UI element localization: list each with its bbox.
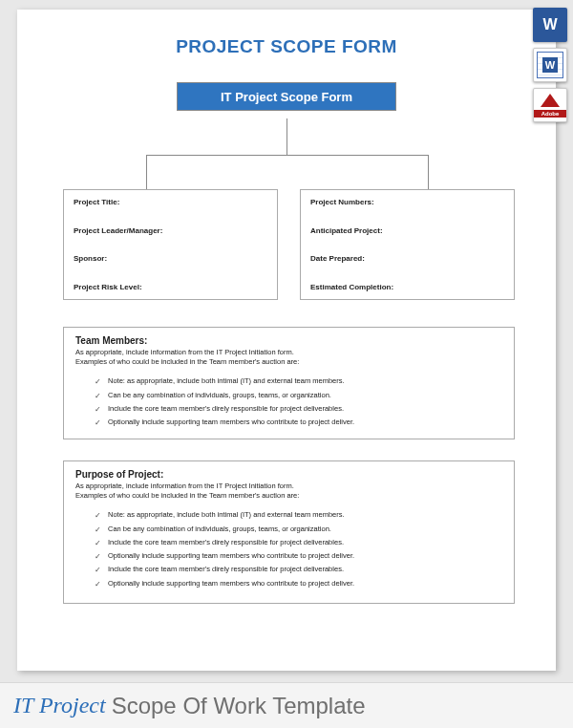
list-item: Include the core team member's direly re… [95,402,502,416]
list-item: Optionally include supporting team membe… [95,416,502,429]
purpose-list: Note: as appropriate, include both intim… [95,508,502,590]
connector-line [146,155,147,189]
docx-label: W [542,16,557,33]
word-docx-icon[interactable]: W [533,8,567,42]
field-anticipated-project: Anticipated Project: [310,226,504,235]
purpose-intro: As appropriate, include information from… [75,482,502,501]
project-info-right: Project Numbers: Anticipated Project: Da… [300,189,515,300]
field-project-title: Project Title: [74,198,267,206]
pdf-brand-label: Adobe [534,110,566,118]
footer-rest: Scope Of Work Template [112,693,366,719]
list-item: Include the core team member's direly re… [95,536,502,549]
field-project-leader: Project Leader/Manager: [74,226,267,235]
connector-line [286,118,287,155]
project-info-left: Project Title: Project Leader/Manager: S… [63,189,278,300]
team-intro: As appropriate, include information from… [75,348,502,367]
pdf-icon[interactable]: Adobe [533,88,567,122]
document-page: PROJECT SCOPE FORM IT Project Scope Form… [17,10,556,671]
team-list: Note: as appropriate, include both intim… [95,375,502,429]
team-members-section: Team Members: As appropriate, include in… [63,327,515,439]
list-item: Optionally include supporting team membe… [95,549,502,563]
purpose-section: Purpose of Project: As appropriate, incl… [63,460,515,604]
list-item: Can be any combination of individuals, g… [95,389,502,402]
page-footer: IT Project Scope Of Work Template [0,682,573,728]
connector-line [146,155,428,156]
page-title: PROJECT SCOPE FORM [17,10,556,57]
word-doc-icon[interactable]: W [533,48,567,82]
field-sponsor: Sponsor: [74,254,267,263]
team-intro-line2: Examples of who could be included in the… [75,357,299,366]
connector-line [428,155,429,189]
purpose-title: Purpose of Project: [75,469,502,480]
team-title: Team Members: [75,335,502,346]
pdf-logo-icon [541,94,560,107]
list-item: Optionally include supporting team membe… [95,577,502,590]
footer-strong: IT Project [13,693,106,718]
list-item: Can be any combination of individuals, g… [95,523,502,536]
team-intro-line1: As appropriate, include information from… [75,348,294,356]
subtitle-box: IT Project Scope Form [177,82,396,111]
list-item: Include the core team member's direly re… [95,563,502,576]
field-estimated-completion: Estimated Completion: [310,283,504,291]
field-project-numbers: Project Numbers: [310,198,504,206]
file-type-icons: W W Adobe [533,8,567,122]
purpose-intro-line2: Examples of who could be included in the… [75,491,299,500]
list-item: Note: as appropriate, include both intim… [95,508,502,522]
field-risk-level: Project Risk Level: [74,283,267,291]
field-date-prepared: Date Prepared: [310,254,504,263]
list-item: Note: as appropriate, include both intim… [95,375,502,388]
purpose-intro-line1: As appropriate, include information from… [75,482,294,490]
doc-label: W [542,57,558,73]
